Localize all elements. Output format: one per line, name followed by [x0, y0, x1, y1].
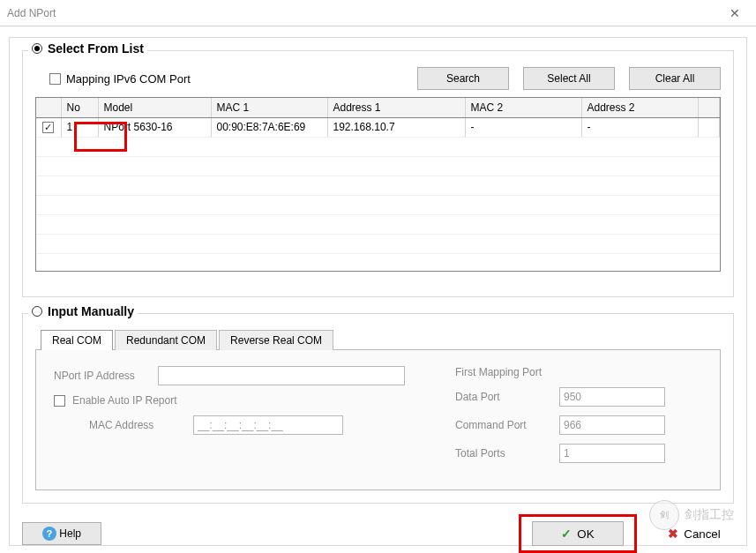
col-header-blank[interactable] — [698, 98, 720, 117]
cell-model: NPort 5630-16 — [98, 117, 211, 137]
radio-select-from-list[interactable] — [32, 43, 42, 54]
tab-body: NPort IP Address Enable Auto IP Report M… — [35, 349, 721, 490]
table-header-row: No Model MAC 1 Address 1 MAC 2 Address 2 — [36, 98, 720, 117]
annotation-highlight-ok: ✓ OK — [519, 514, 637, 553]
col-header-mac2[interactable]: MAC 2 — [465, 98, 581, 117]
col-header-addr1[interactable]: Address 1 — [327, 98, 465, 117]
x-icon: ✖ — [668, 527, 678, 541]
ok-button[interactable]: ✓ OK — [532, 521, 624, 546]
command-port-input[interactable] — [559, 415, 665, 435]
select-all-button[interactable]: Select All — [523, 67, 615, 90]
dialog-frame: Select From List Mapping IPv6 COM Port S… — [9, 37, 747, 546]
col-header-check[interactable] — [36, 98, 61, 117]
mapping-ipv6-checkbox[interactable] — [49, 73, 61, 85]
table-row[interactable]: 1 NPort 5630-16 00:90:E8:7A:6E:69 192.16… — [36, 117, 720, 137]
help-icon: ? — [42, 527, 56, 541]
total-ports-label: Total Ports — [455, 447, 552, 460]
window-title: Add NPort — [7, 7, 56, 19]
command-port-label: Command Port — [455, 419, 552, 431]
titlebar: Add NPort ✕ — [0, 0, 756, 26]
data-port-label: Data Port — [455, 391, 552, 403]
tab-reverse-real-com[interactable]: Reverse Real COM — [219, 330, 333, 350]
nport-ip-label: NPort IP Address — [54, 370, 151, 382]
tabs: Real COM Redundant COM Reverse Real COM — [41, 328, 721, 349]
nport-ip-address-input[interactable] — [158, 366, 405, 385]
col-header-addr2[interactable]: Address 2 — [581, 98, 698, 117]
mac-address-label: MAC Address — [89, 419, 186, 431]
cell-blank — [698, 117, 720, 137]
cell-addr2: - — [581, 117, 698, 137]
first-mapping-port-label: First Mapping Port — [455, 366, 542, 378]
total-ports-input[interactable] — [559, 444, 665, 463]
mac-address-input[interactable] — [193, 415, 343, 435]
col-header-model[interactable]: Model — [98, 98, 211, 117]
clear-all-button[interactable]: Clear All — [629, 67, 721, 90]
input-manually-group: Input Manually Real COM Redundant COM Re… — [22, 313, 734, 504]
help-button[interactable]: ? Help — [22, 522, 101, 545]
tab-real-com[interactable]: Real COM — [41, 330, 113, 350]
col-header-no[interactable]: No — [61, 98, 98, 117]
cell-mac2: - — [465, 117, 581, 137]
tab-redundant-com[interactable]: Redundant COM — [115, 330, 217, 350]
data-port-input[interactable] — [559, 387, 665, 407]
enable-auto-ip-label: Enable Auto IP Report — [72, 394, 177, 407]
bottom-bar: ? Help 剑 剑指工控 ✓ OK ✖ Cancel — [22, 514, 734, 553]
check-icon: ✓ — [561, 527, 572, 541]
row-checkbox[interactable] — [42, 122, 54, 133]
device-table[interactable]: No Model MAC 1 Address 1 MAC 2 Address 2… — [35, 97, 721, 272]
radio-input-manually[interactable] — [32, 306, 42, 317]
cell-mac1: 00:90:E8:7A:6E:69 — [211, 117, 327, 137]
col-header-mac1[interactable]: MAC 1 — [211, 98, 327, 117]
select-from-list-group: Select From List Mapping IPv6 COM Port S… — [22, 50, 734, 297]
enable-auto-ip-checkbox[interactable] — [54, 395, 65, 407]
close-icon[interactable]: ✕ — [722, 4, 747, 23]
cancel-button[interactable]: ✖ Cancel — [655, 521, 734, 546]
cell-no: 1 — [61, 117, 98, 137]
cell-addr1: 192.168.10.7 — [327, 117, 465, 137]
mapping-ipv6-checkbox-label[interactable]: Mapping IPv6 COM Port — [49, 72, 191, 86]
input-manually-title[interactable]: Input Manually — [28, 304, 138, 318]
select-from-list-title[interactable]: Select From List — [28, 41, 147, 56]
search-button[interactable]: Search — [417, 67, 509, 90]
